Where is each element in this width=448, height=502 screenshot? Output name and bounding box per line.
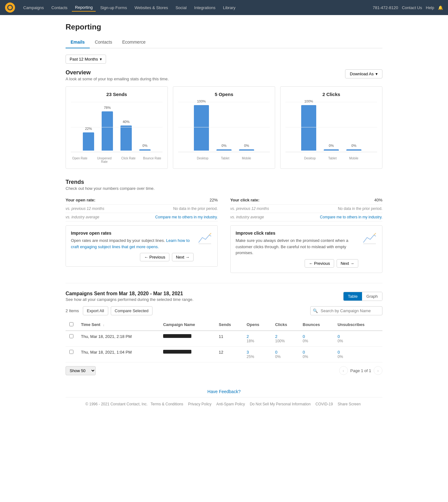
opens-chart-area: 100% 0% 0% <box>178 102 270 152</box>
col-campaign-name[interactable]: Campaign Name <box>159 319 215 331</box>
select-all-col <box>66 319 77 331</box>
compare-industry-link-right[interactable]: Compare me to others in my industry. <box>320 215 382 219</box>
row2-campaign-name-bar <box>163 350 191 354</box>
compare-industry-link-left[interactable]: Compare me to others in my industry. <box>155 215 218 219</box>
col-time-sent[interactable]: Time Sent ↓ <box>77 319 159 331</box>
nav-social[interactable]: Social <box>172 4 189 11</box>
prev-page-button[interactable]: ‹ <box>339 366 348 375</box>
view-graph-button[interactable]: Graph <box>362 292 382 301</box>
tip-open-content: Improve open rates Open rates are most i… <box>71 231 194 261</box>
bar-mobile-opens: 0% <box>239 144 254 151</box>
row1-campaign-name <box>159 331 215 347</box>
footer-antispam[interactable]: Anti-Spam Policy <box>216 402 245 406</box>
period-filter-dropdown[interactable]: Past 12 Months ▾ <box>66 55 106 64</box>
pagination-row: Show 50 Show 25 Show 100 ‹ Page 1 of 1 › <box>66 366 382 375</box>
tip-next-btn-left[interactable]: Next → <box>172 253 194 261</box>
nav-phone: 781-472-8120 <box>373 5 398 10</box>
tip-prev-btn-left[interactable]: ← Previous <box>140 253 169 261</box>
feedback-link[interactable]: Have Feedback? <box>207 389 241 394</box>
trends-section: Trends Check out how your numbers compar… <box>66 179 382 273</box>
row2-unsubscribes: 0 0% <box>334 346 382 362</box>
footer: © 1996 - 2021 Constant Contact, Inc. Ter… <box>66 397 382 411</box>
tab-emails[interactable]: Emails <box>66 36 90 48</box>
nav-contacts[interactable]: Contacts <box>48 4 71 11</box>
page-title: Reporting <box>66 23 382 31</box>
bar-tablet-opens-bar <box>216 149 232 151</box>
page-info: Page 1 of 1 <box>350 368 371 373</box>
footer-dnsmpi[interactable]: Do Not Sell My Personal Information <box>250 402 311 406</box>
campaigns-table: Time Sent ↓ Campaign Name Sends Opens Cl… <box>66 319 382 362</box>
row1-campaign-name-bar <box>163 334 191 338</box>
clicks-chart-card: 2 Clicks 100% 0% 0% Desktop Tablet Mob <box>280 86 382 169</box>
tip-prev-btn-right[interactable]: ← Previous <box>305 259 334 268</box>
items-count: 2 Items <box>66 308 79 313</box>
bar-open-rate: 22% <box>83 127 94 151</box>
tip-next-btn-right[interactable]: Next → <box>337 259 358 268</box>
nav-library[interactable]: Library <box>220 4 239 11</box>
view-table-button[interactable]: Table <box>344 292 362 301</box>
footer-sharescreen[interactable]: Share Screen <box>338 402 360 406</box>
table-header: Time Sent ↓ Campaign Name Sends Opens Cl… <box>66 319 382 331</box>
footer-copyright: © 1996 - 2021 Constant Contact, Inc. <box>85 402 147 406</box>
opens-chart-title: 5 Opens <box>178 92 270 97</box>
row1-checkbox[interactable] <box>69 334 73 338</box>
col-unsubscribes[interactable]: Unsubscribes <box>334 319 382 331</box>
tab-contacts[interactable]: Contacts <box>90 36 117 48</box>
row1-time-sent: Thu, Mar 18, 2021, 2:18 PM <box>77 331 159 347</box>
col-bounces[interactable]: Bounces <box>299 319 334 331</box>
sends-chart-card: 23 Sends 22% 78% 40% 0% <box>66 86 168 169</box>
sort-time-icon: ↓ <box>103 323 105 327</box>
nav-campaigns[interactable]: Campaigns <box>20 4 47 11</box>
nav-signup-forms[interactable]: Sign-up Forms <box>97 4 130 11</box>
divider <box>66 283 382 283</box>
nav-help[interactable]: Help <box>426 5 434 10</box>
campaigns-title-group: Campaigns Sent from Mar 18, 2020 - Mar 1… <box>66 291 194 302</box>
row1-sends: 11 <box>215 331 243 347</box>
charts-row: 23 Sends 22% 78% 40% 0% <box>66 86 382 169</box>
reporting-tabs: Emails Contacts Ecommerce <box>66 36 382 48</box>
export-all-button[interactable]: Export All <box>83 306 108 315</box>
col-clicks[interactable]: Clicks <box>271 319 299 331</box>
show-count-select[interactable]: Show 50 Show 25 Show 100 <box>66 366 96 375</box>
row2-bounces: 0 0% <box>299 346 334 362</box>
bar-click-rate-bar <box>120 125 132 151</box>
bar-desktop-opens: 100% <box>194 99 209 151</box>
search-input[interactable] <box>310 306 382 315</box>
tip-nav-right: ← Previous Next → <box>236 259 358 268</box>
download-as-button[interactable]: Download As ▾ <box>345 69 382 78</box>
nav-reporting[interactable]: Reporting <box>72 4 96 12</box>
footer-covid[interactable]: COVID-19 <box>316 402 333 406</box>
bar-bounce-rate: 0% <box>139 144 151 151</box>
row2-campaign-name <box>159 346 215 362</box>
compare-selected-button[interactable]: Compare Selected <box>111 306 153 315</box>
row1-bounces: 0 0% <box>299 331 334 347</box>
nav-integrations[interactable]: Integrations <box>191 4 219 11</box>
logo[interactable] <box>5 3 15 13</box>
notification-bell-icon[interactable]: 🔔 <box>438 5 443 10</box>
next-page-button[interactable]: › <box>374 366 382 375</box>
row2-sends: 12 <box>215 346 243 362</box>
col-sends[interactable]: Sends <box>215 319 243 331</box>
bar-tablet-opens: 0% <box>216 144 232 151</box>
view-toggle: Table Graph <box>343 292 382 301</box>
col-opens[interactable]: Opens <box>243 319 271 331</box>
nav-websites-stores[interactable]: Websites & Stores <box>131 4 171 11</box>
table-toolbar: 2 Items Export All Compare Selected 🔍 <box>66 306 382 315</box>
tab-ecommerce[interactable]: Ecommerce <box>117 36 151 48</box>
improve-open-rates-card: Improve open rates Open rates are most i… <box>66 225 218 267</box>
feedback-bar: Have Feedback? <box>66 383 382 397</box>
row1-clicks: 2 100% <box>271 331 299 347</box>
row2-checkbox[interactable] <box>69 350 73 354</box>
vs-industry-row-right: vs. industry average Compare me to other… <box>230 213 382 222</box>
trends-open-rate-col: Your open rate: 22% vs. previous 12 mont… <box>66 196 218 273</box>
table-body: Thu, Mar 18, 2021, 2:18 PM 11 2 18% 2 10… <box>66 331 382 362</box>
search-icon: 🔍 <box>313 308 318 313</box>
overview-header: Overview A look at some of your top emai… <box>66 69 382 81</box>
nav-contact-us[interactable]: Contact Us <box>402 5 422 10</box>
select-all-checkbox[interactable] <box>69 322 73 326</box>
footer-privacy[interactable]: Privacy Policy <box>188 402 211 406</box>
footer-terms[interactable]: Terms & Conditions <box>151 402 183 406</box>
opens-chart-card: 5 Opens 100% 0% 0% Desktop Tablet Mobi <box>173 86 275 169</box>
row1-unsubscribes: 0 0% <box>334 331 382 347</box>
bar-desktop-clicks: 100% <box>301 99 316 151</box>
